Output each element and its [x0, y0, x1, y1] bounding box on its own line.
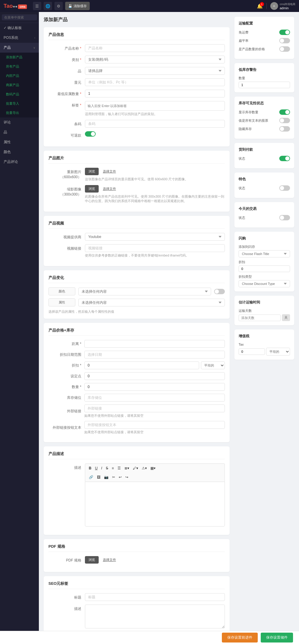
category-select[interactable]: 女装/跑鞋/码 [85, 56, 225, 63]
cut-btn[interactable]: ✂ [111, 474, 116, 480]
sidebar-item-add-product[interactable]: 添加新产品 [0, 53, 39, 62]
sidebar-item-attributes[interactable]: 属性 [0, 137, 39, 147]
underline-btn[interactable]: U [94, 466, 99, 471]
sidebar-item-bulk-export[interactable]: 批量导出 [0, 108, 39, 117]
sidebar-item-internal-products[interactable]: 内部产品 [0, 71, 39, 80]
color-variation-select[interactable]: 未选择任何内容 [78, 288, 211, 295]
pdf-choose-file[interactable]: 选择文件 [103, 558, 116, 562]
is-product-qty-toggle[interactable] [279, 46, 290, 52]
product-description-section: 产品描述 描述 B U I S̶ ≡ ☰ ≣▾ 🖊▾ ⚠▾ ▦▾ [44, 446, 230, 535]
sidebar-search-input[interactable] [2, 14, 37, 20]
min-qty-control [85, 90, 225, 97]
show-qty-toggle[interactable] [279, 109, 290, 115]
qty-input[interactable] [84, 383, 225, 391]
low-stock-qty-input[interactable] [239, 82, 290, 88]
video-link-input[interactable] [85, 244, 225, 252]
featured-status-toggle[interactable] [279, 185, 290, 191]
description-editor[interactable] [85, 482, 225, 527]
discount-input[interactable] [84, 361, 199, 369]
seo-desc-input[interactable] [85, 605, 225, 628]
table-btn[interactable]: ▦▾ [149, 466, 157, 471]
thumb-image-browse-btn[interactable]: 浏览 [85, 185, 99, 193]
bold-btn[interactable]: B [88, 466, 93, 471]
hidden-stock-toggle[interactable] [279, 126, 290, 132]
discount-unit-select[interactable]: 平坦的 % [201, 361, 225, 369]
list-ul-btn[interactable]: ☰ [116, 466, 122, 471]
cod-status-toggle[interactable] [279, 156, 290, 161]
flash-discount-type-select[interactable]: Choose Discount Type [239, 280, 290, 287]
save-continue-button[interactable]: 保存设置前进件 [222, 633, 258, 643]
image-btn[interactable]: 🖼 [96, 474, 102, 480]
settings-icon[interactable]: ⚙ [54, 2, 63, 10]
sidebar-item-products[interactable]: 产品 ∨ [0, 43, 39, 53]
sidebar-item-brand[interactable]: 品 [0, 127, 39, 137]
sidebar-item-product-reviews[interactable]: 产品评论 [0, 157, 39, 167]
list-ol-btn[interactable]: ≡ [111, 466, 115, 471]
tags-wrapper[interactable] [85, 101, 225, 111]
flat-rate-toggle[interactable] [279, 38, 290, 43]
divider [266, 3, 267, 9]
redo-btn[interactable]: ↪ [124, 474, 129, 480]
vat-unit-select[interactable]: 平坦的 % [266, 348, 290, 355]
price-input[interactable] [84, 340, 225, 348]
list-dropdown-btn[interactable]: ≣▾ [123, 466, 130, 471]
external-link-hint: 如果您不使用外部站点链接，请将其留空 [84, 413, 225, 418]
todays-deal-status-toggle[interactable] [279, 215, 290, 220]
category-control: 女装/跑鞋/码 [85, 56, 225, 63]
sidebar-item-merchant-products[interactable]: 商家产品 [0, 80, 39, 90]
vat-tax-input[interactable] [239, 348, 265, 355]
save-button[interactable]: 保存设置储件 [261, 633, 293, 643]
bottom-bar: 保存设置前进件 保存设置储件 [0, 631, 299, 644]
external-link-input[interactable] [84, 405, 225, 412]
flash-title-select[interactable]: Choose Flash Title [239, 250, 290, 257]
link-btn[interactable]: 🔗 [88, 474, 94, 480]
sku-input[interactable] [84, 372, 225, 380]
sku-label: 设定点 [48, 374, 81, 379]
sidebar-item-all-products[interactable]: 所有产品 [0, 62, 39, 71]
visibility-title: 库存可见性状态 [239, 101, 290, 106]
hamburger-icon[interactable]: ☰ [33, 2, 41, 10]
discount-date-input[interactable] [84, 351, 225, 358]
estimated-days-input[interactable] [239, 315, 281, 321]
barcode-row: 条码 [48, 120, 225, 128]
product-name-input[interactable] [85, 44, 225, 52]
video-provider-select[interactable]: Youtube Vimeo Dailymotion [85, 233, 225, 241]
highlight-btn[interactable]: 🖊▾ [132, 466, 139, 471]
refundable-toggle[interactable] [85, 131, 96, 137]
external-btn-text-input[interactable] [84, 421, 225, 429]
seo-title-input[interactable] [85, 593, 225, 601]
strikethrough-btn[interactable]: S̶ [105, 466, 109, 471]
video-link-row: 视频链接 使用仅供参考参数的正确链接，不要使用共享键/链/embed ifram… [48, 244, 225, 258]
cod-status-label: 状态 [239, 156, 245, 161]
video-btn[interactable]: 📷 [103, 474, 110, 480]
sidebar-item-colors[interactable]: 颜色 [0, 147, 39, 157]
main-image-browse-btn[interactable]: 浏览 [85, 168, 99, 175]
main-image-choose-file[interactable]: 选择文件 [103, 169, 116, 174]
tags-input[interactable] [88, 104, 222, 108]
flash-discount-input[interactable] [239, 265, 290, 272]
globe-icon[interactable]: 🌐 [44, 2, 52, 10]
sidebar-item-digital-products[interactable]: 数码产品 [0, 90, 39, 99]
sidebar-item-reviews[interactable]: 评论 [0, 117, 39, 127]
warning-btn[interactable]: ⚠▾ [141, 466, 148, 471]
attribute-variation-select[interactable]: 未选择任何内容 [78, 299, 225, 306]
sidebar-item-bulk-import[interactable]: 批量导入 [0, 99, 39, 108]
thumb-image-choose-file[interactable]: 选择文件 [103, 187, 116, 191]
clear-cache-button[interactable]: 💾 清除缓存 [65, 2, 90, 10]
seo-title-label: 标题 [48, 593, 81, 600]
undo-btn[interactable]: ↩ [118, 474, 123, 480]
min-qty-input[interactable] [85, 90, 225, 97]
notification-bell[interactable]: 🔔 1 [257, 3, 263, 9]
brand-select[interactable]: 请择品牌 [85, 67, 225, 75]
pdf-browse-btn[interactable]: 浏览 [85, 556, 99, 564]
stock-unit-input[interactable] [84, 394, 225, 402]
show-text-toggle[interactable] [279, 118, 290, 123]
barcode-input[interactable] [85, 120, 225, 128]
unit-input[interactable] [85, 78, 225, 86]
admin-info[interactable]: A cms跨境电商 admin [270, 2, 296, 10]
free-shipping-toggle[interactable] [279, 30, 290, 35]
color-variation-toggle[interactable] [214, 289, 225, 294]
sidebar-item-pos[interactable]: POS系统 › [0, 33, 39, 43]
italic-btn[interactable]: I [100, 466, 103, 471]
sidebar-item-dashboard[interactable]: ✓ 确认板板 [0, 23, 39, 33]
